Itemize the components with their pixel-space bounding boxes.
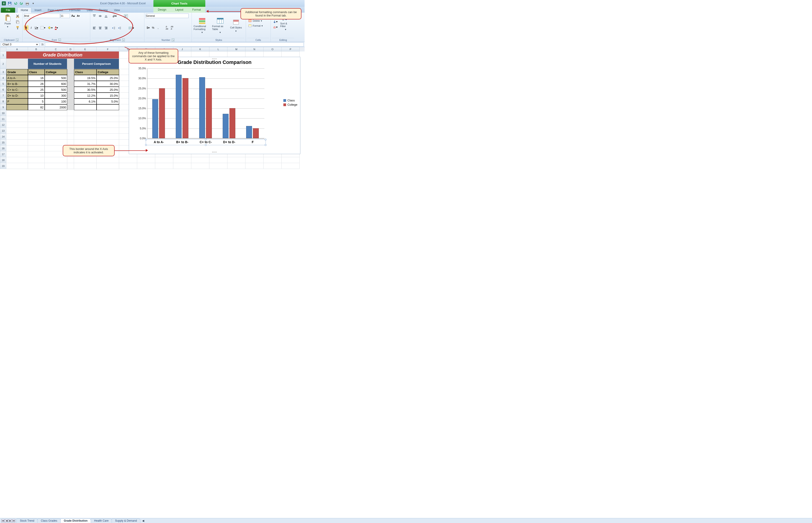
cell-C12[interactable] (45, 122, 67, 128)
cell-F13[interactable] (97, 128, 119, 134)
cell-B13[interactable] (28, 128, 45, 134)
tab-view[interactable]: View (111, 8, 123, 13)
row-header-19[interactable]: 19 (0, 163, 6, 169)
cell-D5[interactable] (67, 81, 74, 87)
cell-D15[interactable] (67, 140, 74, 145)
cell-D13[interactable] (67, 128, 74, 134)
cell-D10[interactable] (67, 110, 74, 116)
select-all-corner[interactable] (0, 47, 6, 52)
borders-icon[interactable]: ▾ (39, 25, 46, 30)
cell-J19[interactable] (173, 163, 191, 169)
selection-handle[interactable] (265, 139, 266, 141)
cell-F12[interactable] (97, 122, 119, 128)
cell-E6[interactable]: 30.5% (74, 87, 97, 93)
fill-color-icon[interactable]: ▾ (47, 25, 54, 30)
row-header-18[interactable]: 18 (0, 157, 6, 163)
cell-A12[interactable] (6, 122, 28, 128)
x-axis-label[interactable]: B+ to B- (176, 140, 188, 144)
row-header-17[interactable]: 17 (0, 151, 6, 157)
bar-class-3[interactable] (223, 114, 229, 138)
cell-P19[interactable] (282, 163, 300, 169)
fill-icon[interactable]: ▾ (272, 19, 278, 24)
cell-N18[interactable] (245, 157, 264, 163)
cell-A16[interactable] (6, 145, 28, 151)
underline-button[interactable]: U ▾ (34, 25, 39, 30)
align-center-icon[interactable] (97, 25, 103, 31)
selection-handle[interactable] (265, 144, 266, 146)
cell-M19[interactable] (227, 163, 245, 169)
bold-button[interactable]: B (24, 25, 29, 30)
cell-E9[interactable] (74, 104, 97, 110)
column-header-D[interactable]: D (67, 47, 74, 52)
cell-A14[interactable] (6, 134, 28, 140)
bar-class-4[interactable] (246, 126, 252, 138)
alignment-dialog-launcher-icon[interactable]: ↘ (122, 39, 125, 41)
tab-review[interactable]: Review (96, 8, 111, 13)
tab-file[interactable]: File (1, 8, 15, 13)
cell-F4[interactable]: 25.0% (97, 75, 119, 81)
tab-format[interactable]: Format (190, 7, 203, 12)
bar-college-1[interactable] (183, 78, 188, 138)
row-header-15[interactable]: 15 (0, 140, 6, 145)
format-as-table-button[interactable]: Format as Table▾ (212, 16, 229, 35)
decrease-decimal-icon[interactable]: .00.0 (169, 25, 174, 31)
cell-B14[interactable] (28, 134, 45, 140)
cell-A10[interactable] (6, 110, 28, 116)
column-header-B[interactable]: B (28, 47, 45, 52)
cell-B2[interactable]: Number of Students (28, 59, 67, 69)
row-header-7[interactable]: 7 (0, 93, 6, 98)
bar-class-0[interactable] (152, 99, 158, 138)
column-header-M[interactable]: M (227, 47, 245, 52)
cell-B4[interactable]: 16 (28, 75, 45, 81)
column-header-E[interactable]: E (74, 47, 97, 52)
align-top-icon[interactable] (92, 14, 97, 19)
cell-E14[interactable] (74, 134, 97, 140)
name-box-dropdown-icon[interactable]: ▾ (36, 43, 38, 46)
selection-handle[interactable] (205, 144, 207, 146)
cell-A8[interactable]: F (6, 98, 28, 104)
row-header-10[interactable]: 10 (0, 110, 6, 116)
cell-A18[interactable] (6, 157, 28, 163)
row-header-5[interactable]: 5 (0, 81, 6, 87)
cell-M18[interactable] (227, 157, 245, 163)
increase-decimal-icon[interactable]: .0.00 (165, 25, 169, 31)
cell-F6[interactable]: 25.0% (97, 87, 119, 93)
cell-E15[interactable] (74, 140, 97, 145)
worksheet-grid[interactable]: ABCDEFGHIJKLMNOP 12345678910111213141516… (0, 47, 305, 187)
cell-C18[interactable] (45, 157, 67, 163)
column-header-O[interactable]: O (264, 47, 282, 52)
row-header-3[interactable]: 3 (0, 69, 6, 75)
cell-D8[interactable] (67, 98, 74, 104)
cell-F14[interactable] (97, 134, 119, 140)
font-dialog-launcher-icon[interactable]: ↘ (58, 39, 61, 41)
cell-J18[interactable] (173, 157, 191, 163)
cell-E2[interactable]: Percent Comparison (74, 59, 119, 69)
cell-C3[interactable]: College (45, 69, 67, 75)
cell-L18[interactable] (209, 157, 227, 163)
plot-area[interactable]: 0.0%5.0%10.0%15.0%20.0%25.0%30.0%35.0% (147, 68, 264, 139)
column-header-F[interactable]: F (97, 47, 119, 52)
align-middle-icon[interactable] (97, 14, 103, 19)
cell-D2[interactable] (67, 59, 74, 69)
cell-E12[interactable] (74, 122, 97, 128)
cell-A2[interactable] (6, 59, 28, 69)
cell-B3[interactable]: Class (28, 69, 45, 75)
cell-B18[interactable] (28, 157, 45, 163)
undo-icon[interactable] (13, 1, 18, 6)
chart-handle-top[interactable]: •••• (212, 58, 217, 60)
cell-F9[interactable] (97, 104, 119, 110)
decrease-indent-icon[interactable] (111, 25, 116, 31)
bar-college-3[interactable] (229, 108, 235, 138)
cell-E8[interactable]: 6.1% (74, 98, 97, 104)
cell-E7[interactable]: 12.2% (74, 93, 97, 98)
cell-F15[interactable] (97, 140, 119, 145)
cell-D6[interactable] (67, 87, 74, 93)
cell-A6[interactable]: C+ to C- (6, 87, 28, 93)
cell-K18[interactable] (191, 157, 209, 163)
row-header-9[interactable]: 9 (0, 104, 6, 110)
cell-F11[interactable] (97, 116, 119, 122)
cell-D12[interactable] (67, 122, 74, 128)
cell-B19[interactable] (28, 163, 45, 169)
cell-A9[interactable] (6, 104, 28, 110)
paste-dropdown-icon[interactable]: ▾ (7, 25, 8, 28)
